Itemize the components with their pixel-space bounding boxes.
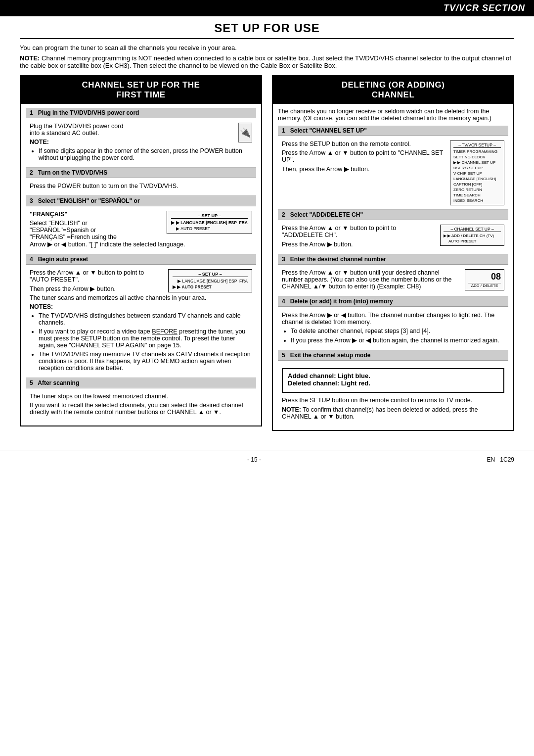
left-section-body: 1 Plug in the TV/DVD/VHS power cord 🔌 Pl… <box>21 104 261 425</box>
r-step2-menu: – CHANNEL SET UP – ▶ ADD / DELETE CH (TV… <box>440 225 504 246</box>
left-section: CHANNEL SET UP FOR THE FIRST TIME 1 Plug… <box>20 75 262 426</box>
right-intro: The channels you no longer receive or se… <box>278 108 508 122</box>
step2-header: 2 Turn on the TV/DVD/VHS <box>26 168 256 178</box>
r-step3-display: 08 ADD / DELETE <box>465 269 504 290</box>
page-title: SET UP FOR USE <box>20 21 514 39</box>
r-step1-content: – TV/VCR SETUP – TIMER PROGRAMMING SETTI… <box>278 139 508 210</box>
r-step5-header: 5 Exit the channel setup mode <box>278 350 508 361</box>
intro-note: NOTE: Channel memory programming is NOT … <box>20 54 514 69</box>
tvvcr-section-label: TV/VCR SECTION <box>444 3 525 13</box>
right-section-body: The channels you no longer receive or se… <box>273 104 513 430</box>
step1-content: 🔌 Plug the TV/DVD/VHS power cordinto a s… <box>26 121 256 168</box>
highlight-box: Added channel: Light blue.Deleted channe… <box>282 368 504 393</box>
r-step2-content: – CHANNEL SET UP – ▶ ADD / DELETE CH (TV… <box>278 223 508 254</box>
step3-header: 3 Select "ENGLISH" or "ESPAÑOL" or <box>26 196 256 206</box>
step5-header: 5 After scanning <box>26 378 256 388</box>
r-step2-header: 2 Select "ADD/DELETE CH" <box>278 210 508 220</box>
r-step4-bullets: To delete another channel, repeat steps … <box>282 328 504 344</box>
right-section-header: DELETING (OR ADDING) CHANNEL <box>273 76 513 104</box>
step3-screen: – SET UP – ▶ LANGUAGE [ENGLISH] ESP FRA … <box>167 211 252 234</box>
right-section: DELETING (OR ADDING) CHANNEL The channel… <box>272 75 514 431</box>
left-section-header: CHANNEL SET UP FOR THE FIRST TIME <box>21 76 261 104</box>
step4-header: 4 Begin auto preset <box>26 254 256 265</box>
r-step3-header: 3 Enter the desired channel number <box>278 254 508 265</box>
intro-note-bold: NOTE: <box>20 54 40 62</box>
footer-right: EN 1C29 <box>487 456 514 463</box>
step2-content: Press the POWER button to turn on the TV… <box>26 181 256 196</box>
step5-content: The tuner stops on the lowest memorized … <box>26 391 256 422</box>
r-step4-header: 4 Delete (or add) it from (into) memory <box>278 296 508 307</box>
step1-notes: If some digits appear in the corner of t… <box>30 147 252 161</box>
r-step1-menu: – TV/VCR SETUP – TIMER PROGRAMMING SETTI… <box>450 141 504 205</box>
step4-notes: The TV/DVD/VHS distinguishes between sta… <box>30 312 252 372</box>
r-step4-content: Press the Arrow ▶ or ◀ button. The chann… <box>278 309 508 350</box>
page-footer: - 15 - EN 1C29 <box>0 451 534 463</box>
footer-page-num: - 15 - <box>247 456 261 463</box>
intro-line1: You can program the tuner to scan all th… <box>20 44 514 51</box>
plug-icon: 🔌 <box>238 123 252 142</box>
step4-screen: – SET UP – LANGUAGE [ENGLISH] ESP FRA ▶ … <box>168 269 252 292</box>
tvvcr-header: TV/VCR SECTION <box>0 0 534 16</box>
r-step1-header: 1 Select "CHANNEL SET UP" <box>278 126 508 136</box>
r-step5-content: Added channel: Light blue.Deleted channe… <box>278 363 508 426</box>
two-column-layout: CHANNEL SET UP FOR THE FIRST TIME 1 Plug… <box>20 75 514 431</box>
footer-left <box>20 456 21 463</box>
step1-header: 1 Plug in the TV/DVD/VHS power cord <box>26 108 256 118</box>
step3-content: – SET UP – ▶ LANGUAGE [ENGLISH] ESP FRA … <box>26 209 256 254</box>
r-step3-content: 08 ADD / DELETE Press the Arrow ▲ or ▼ b… <box>278 267 508 296</box>
step4-content: – SET UP – LANGUAGE [ENGLISH] ESP FRA ▶ … <box>26 267 256 378</box>
